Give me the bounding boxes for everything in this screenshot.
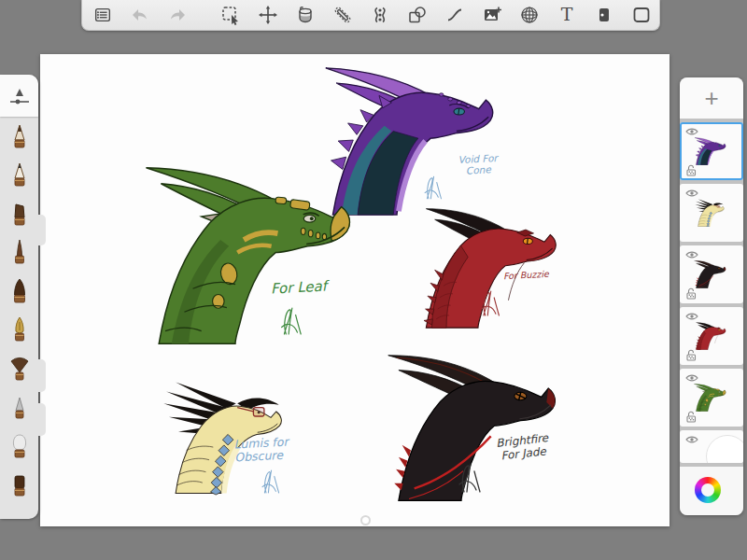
brush-airbrush[interactable] bbox=[0, 388, 38, 427]
brush-palette bbox=[0, 75, 38, 519]
black-dragon-signature bbox=[455, 459, 483, 497]
layer-purple-thumbnail bbox=[693, 137, 730, 165]
select-icon[interactable] bbox=[219, 4, 242, 26]
brush-inking-pen[interactable] bbox=[0, 233, 38, 273]
brush-marker-chisel[interactable] bbox=[0, 194, 38, 233]
layer-visibility-icon[interactable] bbox=[685, 127, 698, 136]
ruler-icon[interactable] bbox=[331, 4, 354, 26]
layer-yellow-thumbnail bbox=[693, 199, 730, 227]
green-dragon-drawing bbox=[142, 164, 375, 347]
layer-visibility-icon[interactable] bbox=[685, 435, 698, 444]
layers-panel: + bbox=[680, 77, 743, 515]
alpha-lock-icon[interactable] bbox=[685, 164, 697, 176]
import-image-icon[interactable] bbox=[481, 4, 503, 26]
brush-round[interactable] bbox=[0, 272, 38, 311]
frame-icon[interactable] bbox=[630, 4, 653, 26]
layer-black-thumbnail bbox=[693, 260, 730, 288]
alpha-lock-icon[interactable] bbox=[685, 411, 697, 423]
color-wheel[interactable] bbox=[695, 477, 721, 503]
yellow-dragon-label: Lumis forObscure bbox=[233, 436, 289, 466]
color-section bbox=[680, 467, 743, 515]
green-dragon-label: For Leaf bbox=[271, 278, 328, 297]
brush-pencil-hard[interactable] bbox=[0, 117, 38, 156]
layer-visibility-icon[interactable] bbox=[685, 250, 698, 259]
brush-pen-nib[interactable] bbox=[0, 311, 38, 350]
layer-background[interactable] bbox=[680, 430, 743, 463]
layer-visibility-icon[interactable] bbox=[685, 189, 698, 198]
green-dragon-signature bbox=[277, 304, 303, 338]
layer-icon[interactable] bbox=[593, 4, 615, 26]
purple-dragon-signature bbox=[421, 174, 444, 202]
sketch-app: { "app": { "background": "#7f7f7f", "can… bbox=[0, 0, 747, 560]
transform-icon[interactable] bbox=[257, 4, 279, 26]
layer-red-thumbnail bbox=[693, 322, 730, 350]
alpha-lock-icon[interactable] bbox=[685, 287, 697, 300]
layer-visibility-icon[interactable] bbox=[685, 373, 698, 383]
symmetry-icon[interactable] bbox=[369, 4, 391, 26]
menu-icon[interactable] bbox=[92, 4, 114, 26]
shapes-icon[interactable] bbox=[406, 4, 429, 26]
layer-visibility-icon[interactable] bbox=[685, 312, 698, 321]
red-dragon-signature bbox=[477, 287, 501, 319]
layer-green[interactable] bbox=[680, 369, 743, 427]
text-icon[interactable]: T bbox=[556, 4, 578, 26]
yellow-dragon-signature bbox=[259, 467, 281, 497]
brush-size-slider[interactable] bbox=[0, 75, 38, 117]
brush-pencil-soft[interactable] bbox=[0, 156, 38, 195]
top-toolbar: T bbox=[81, 0, 660, 31]
drawing-canvas[interactable]: Void ForCone For Leaf For Buzzie Lumis f… bbox=[40, 54, 669, 526]
fill-icon[interactable] bbox=[294, 4, 317, 26]
redo-icon[interactable] bbox=[166, 4, 189, 26]
brush-fan[interactable] bbox=[0, 349, 38, 388]
layer-background-thumbnail bbox=[706, 435, 743, 463]
layer-red[interactable] bbox=[680, 307, 743, 365]
layer-yellow[interactable] bbox=[680, 184, 743, 242]
sidebar-handle[interactable] bbox=[38, 403, 46, 436]
canvas-drag-handle[interactable] bbox=[360, 515, 371, 525]
brush-flat[interactable] bbox=[0, 466, 38, 505]
brush-soft-blender[interactable] bbox=[0, 427, 38, 466]
add-layer-button[interactable]: + bbox=[680, 77, 743, 119]
layer-green-thumbnail bbox=[693, 384, 730, 412]
layer-black[interactable] bbox=[680, 245, 743, 303]
stroke-curve-icon[interactable] bbox=[444, 4, 466, 26]
alpha-lock-icon[interactable] bbox=[685, 349, 697, 361]
undo-icon[interactable] bbox=[129, 4, 151, 26]
sidebar-handle[interactable] bbox=[38, 215, 46, 245]
purple-dragon-label: Void ForCone bbox=[448, 151, 507, 176]
sidebar-handle[interactable] bbox=[38, 359, 46, 392]
layer-purple[interactable] bbox=[680, 122, 743, 180]
perspective-icon[interactable] bbox=[518, 4, 541, 26]
svg-text:T: T bbox=[561, 4, 573, 24]
